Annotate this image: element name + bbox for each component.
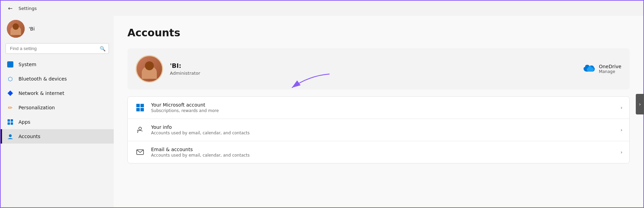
chevron-right-icon-microsoft: › (620, 105, 622, 110)
search-icon: 🔍 (100, 46, 106, 51)
sidebar-item-bluetooth[interactable]: ⬡ Bluetooth & devices (1, 72, 114, 86)
content-area: Accounts 'BI: Administrator (114, 16, 643, 207)
onedrive-title: OneDrive (599, 64, 621, 69)
svg-rect-9 (136, 108, 140, 111)
user-card: 'BI: Administrator (127, 48, 630, 89)
user-card-info: 'BI: Administrator (170, 62, 200, 76)
title-bar-text: Settings (18, 6, 37, 11)
title-bar: ← Settings (1, 1, 643, 16)
settings-item-title-info: Your info (151, 124, 615, 130)
expand-icon: › (639, 101, 641, 107)
annotation-arrow (275, 69, 343, 96)
person-icon (135, 124, 146, 135)
settings-item-text-info: Your info Accounts used by email, calend… (151, 124, 615, 135)
user-card-right[interactable]: OneDrive Manage (582, 63, 621, 75)
sidebar-item-personalization[interactable]: ✏️ Personalization (1, 100, 114, 115)
svg-rect-8 (140, 104, 144, 107)
sidebar-user[interactable]: 'Bi (1, 16, 114, 43)
app-container: ← Settings 'Bi 🔍 (1, 1, 643, 207)
sidebar-nav: System ⬡ Bluetooth & devices Network & i… (1, 57, 114, 207)
system-icon (7, 61, 14, 68)
bluetooth-icon: ⬡ (7, 75, 14, 82)
user-card-avatar (136, 55, 163, 83)
main-area: 'Bi 🔍 System ⬡ Bluetooth & d (1, 16, 643, 207)
apps-icon (7, 119, 14, 125)
sidebar-item-accounts[interactable]: Accounts (1, 129, 114, 144)
sidebar-item-label-apps: Apps (18, 119, 30, 125)
user-card-left: 'BI: Administrator (136, 55, 200, 83)
settings-item-text-microsoft: Your Microsoft account Subscriptions, re… (151, 102, 615, 113)
sidebar-avatar (7, 20, 25, 38)
svg-rect-10 (140, 108, 144, 111)
svg-rect-2 (11, 119, 13, 122)
settings-item-title-microsoft: Your Microsoft account (151, 102, 615, 108)
sidebar-item-system[interactable]: System (1, 57, 114, 72)
settings-item-desc-info: Accounts used by email, calendar, and co… (151, 131, 615, 135)
svg-point-11 (139, 127, 141, 130)
svg-point-5 (9, 134, 12, 137)
chevron-right-icon-info: › (620, 127, 622, 133)
settings-item-your-info[interactable]: Your info Accounts used by email, calend… (128, 119, 629, 141)
settings-item-email[interactable]: Email & accounts Accounts used by email,… (128, 141, 629, 163)
svg-marker-0 (8, 90, 13, 96)
onedrive-info: OneDrive Manage (599, 64, 621, 74)
sidebar-item-label-system: System (18, 62, 36, 67)
accounts-icon (7, 133, 14, 140)
svg-rect-4 (11, 122, 13, 125)
network-icon (7, 90, 14, 97)
email-icon (135, 147, 146, 158)
sidebar-username: 'Bi (29, 26, 35, 32)
page-title: Accounts (127, 27, 630, 39)
chevron-right-icon-email: › (620, 149, 622, 155)
sidebar-item-label-personalization: Personalization (18, 105, 55, 110)
personalization-icon: ✏️ (7, 104, 14, 111)
settings-item-title-email: Email & accounts (151, 147, 615, 152)
windows-logo-icon (135, 102, 146, 113)
settings-item-microsoft-account[interactable]: Your Microsoft account Subscriptions, re… (128, 97, 629, 119)
settings-item-desc-email: Accounts used by email, calendar, and co… (151, 153, 615, 158)
side-expand-button[interactable]: › (636, 94, 644, 114)
onedrive-icon (582, 63, 595, 75)
sidebar-search-container: 🔍 (5, 43, 109, 54)
settings-item-desc-microsoft: Subscriptions, rewards and more (151, 108, 615, 113)
sidebar-item-network[interactable]: Network & internet (1, 86, 114, 100)
onedrive-manage: Manage (599, 69, 621, 74)
back-button[interactable]: ← (5, 3, 15, 13)
svg-rect-7 (136, 104, 140, 107)
sidebar: 'Bi 🔍 System ⬡ Bluetooth & d (1, 16, 114, 207)
user-card-role: Administrator (170, 71, 200, 76)
search-input[interactable] (5, 43, 109, 54)
settings-item-text-email: Email & accounts Accounts used by email,… (151, 147, 615, 158)
user-card-name: 'BI: (170, 62, 200, 69)
sidebar-item-label-accounts: Accounts (18, 134, 40, 139)
sidebar-item-label-network: Network & internet (18, 90, 64, 96)
sidebar-item-apps[interactable]: Apps (1, 115, 114, 129)
sidebar-item-label-bluetooth: Bluetooth & devices (18, 76, 67, 82)
settings-list: Your Microsoft account Subscriptions, re… (127, 96, 630, 163)
svg-rect-3 (8, 122, 10, 125)
svg-rect-1 (8, 119, 10, 122)
